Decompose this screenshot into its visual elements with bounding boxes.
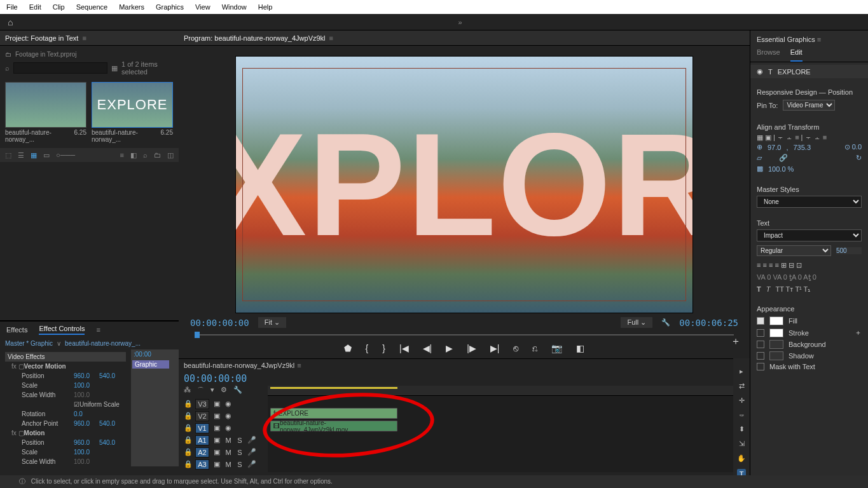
track-header[interactable]: 🔒V1▣◉ bbox=[179, 422, 268, 434]
menu-file[interactable]: File bbox=[6, 3, 18, 11]
pen-tool-icon[interactable]: ⇲ bbox=[739, 440, 745, 448]
appearance-row[interactable]: Shadow bbox=[757, 350, 862, 362]
icon-view-icon[interactable]: ▦ bbox=[31, 151, 37, 159]
pos-x[interactable]: 960.0 bbox=[74, 372, 99, 379]
compare-icon[interactable]: ◧ bbox=[576, 343, 584, 353]
menu-window[interactable]: Window bbox=[222, 3, 247, 11]
mini-timeline[interactable] bbox=[195, 334, 734, 336]
hand-tool-icon[interactable]: ✋ bbox=[737, 454, 746, 463]
text-metrics[interactable]: VA 0 VA 0 ṯA 0 Aṯ 0 bbox=[757, 273, 862, 281]
step-back-icon[interactable]: ◀| bbox=[423, 343, 432, 353]
step-fwd-icon[interactable]: |▶ bbox=[467, 343, 476, 353]
menu-markers[interactable]: Markers bbox=[119, 3, 144, 11]
eg-pos-x[interactable]: 97.0 bbox=[768, 144, 781, 151]
project-item[interactable]: EXPLORE beautiful-nature-norway_...6.25 bbox=[92, 82, 173, 143]
appearance-checkbox[interactable] bbox=[757, 352, 764, 360]
ec-master[interactable]: Master * Graphic bbox=[5, 340, 53, 347]
text-align-buttons[interactable]: ≡ ≡ ≡ ≡ ⊞ ⊟ ⊡ bbox=[757, 261, 862, 269]
track-select-tool-icon[interactable]: ⇄ bbox=[739, 382, 745, 390]
ec-graphic-bar[interactable]: Graphic bbox=[132, 360, 169, 369]
menu-graphics[interactable]: Graphics bbox=[156, 3, 184, 11]
main-menu[interactable]: File Edit Clip Sequence Markers Graphics… bbox=[0, 0, 868, 14]
menu-edit[interactable]: Edit bbox=[29, 3, 41, 11]
timeline-clip-video[interactable]: 🎞 beautiful-nature-norway_4JwpVz9kl.mov bbox=[270, 421, 397, 431]
menu-view[interactable]: View bbox=[195, 3, 210, 11]
appearance-checkbox[interactable] bbox=[757, 317, 764, 325]
timeline-timecode[interactable]: 00:00:00:00 bbox=[179, 372, 733, 386]
eg-anchor[interactable]: 0.0 bbox=[852, 143, 862, 151]
button-editor-icon[interactable]: ＋ bbox=[731, 335, 741, 348]
mask-checkbox[interactable] bbox=[757, 363, 764, 370]
zoom-fit-dropdown[interactable]: Fit ⌄ bbox=[258, 317, 286, 328]
appearance-checkbox[interactable] bbox=[757, 341, 764, 348]
home-icon[interactable]: ⌂ bbox=[8, 17, 13, 27]
wrench-icon[interactable]: 🔧 bbox=[233, 386, 242, 395]
selection-tool-icon[interactable]: ▸ bbox=[740, 367, 743, 376]
tab-effect-controls[interactable]: Effect Controls bbox=[39, 325, 85, 335]
ripple-tool-icon[interactable]: ✛ bbox=[739, 396, 745, 405]
mark-out-icon[interactable]: } bbox=[382, 343, 385, 353]
export-frame-icon[interactable]: 📷 bbox=[551, 343, 562, 353]
layer-row[interactable]: ◉ T EXPLORE bbox=[750, 65, 868, 78]
automate-icon[interactable]: ◧ bbox=[130, 151, 137, 159]
mark-in-icon[interactable]: { bbox=[366, 343, 369, 353]
appearance-checkbox[interactable] bbox=[757, 329, 764, 337]
overflow-icon[interactable]: » bbox=[458, 18, 462, 26]
razor-tool-icon[interactable]: ⎃ bbox=[740, 411, 744, 419]
color-swatch[interactable] bbox=[769, 351, 783, 360]
snap-icon[interactable]: ⁂ bbox=[184, 386, 191, 395]
list-view-icon[interactable]: ☰ bbox=[18, 151, 24, 159]
extract-icon[interactable]: ⎌ bbox=[532, 343, 537, 353]
uniform-scale-checkbox[interactable]: ☑ bbox=[74, 401, 79, 408]
freeform-icon[interactable]: ▭ bbox=[43, 151, 50, 159]
new-item-icon[interactable]: ◫ bbox=[167, 151, 174, 159]
markers-icon[interactable]: ▾ bbox=[210, 386, 214, 395]
text-style-buttons[interactable]: T T TT Tт T¹ T₁ bbox=[757, 285, 862, 294]
track-header[interactable]: 🔒A3▣MS🎤 bbox=[179, 458, 268, 470]
fx-vector-motion[interactable]: Vector Motion bbox=[24, 363, 66, 370]
project-panel-tab[interactable]: Project: Footage in Text≡ bbox=[0, 30, 179, 46]
visibility-icon[interactable]: ◉ bbox=[757, 67, 763, 76]
pin-to-dropdown[interactable]: Video Frame bbox=[783, 100, 835, 111]
tab-edit[interactable]: Edit bbox=[790, 48, 803, 62]
appearance-row[interactable]: Stroke＋ bbox=[757, 327, 862, 339]
font-dropdown[interactable]: Impact bbox=[757, 229, 862, 241]
project-search-input[interactable] bbox=[13, 62, 107, 74]
new-bin-icon[interactable]: 🗀 bbox=[154, 151, 161, 159]
font-weight-dropdown[interactable]: Regular bbox=[757, 245, 831, 256]
tab-browse[interactable]: Browse bbox=[757, 48, 780, 62]
rotation-val[interactable]: 0.0 bbox=[74, 410, 99, 417]
appearance-row[interactable]: Background bbox=[757, 339, 862, 350]
find-icon[interactable]: ⌕ bbox=[143, 151, 148, 159]
program-panel-tab[interactable]: Program: beautiful-nature-norway_4JwpVz9… bbox=[179, 30, 750, 46]
playhead-icon[interactable] bbox=[195, 332, 200, 338]
add-stroke-icon[interactable]: ＋ bbox=[855, 328, 862, 337]
eg-pos-y[interactable]: 735.3 bbox=[793, 144, 811, 151]
align-buttons[interactable]: ▦ ▣ | ⫟ ⫠ ≡ | ⫟ ⫠ ≡ bbox=[757, 133, 862, 142]
track-header[interactable]: 🔒A2▣MS🎤 bbox=[179, 446, 268, 458]
resolution-dropdown[interactable]: Full ⌄ bbox=[621, 317, 652, 328]
color-swatch[interactable] bbox=[769, 329, 783, 337]
link-icon[interactable]: 🔗 bbox=[779, 154, 788, 162]
time-ruler[interactable] bbox=[268, 386, 733, 396]
anchor-y[interactable]: 540.0 bbox=[99, 420, 125, 427]
zoom-slider[interactable]: ○─── bbox=[56, 151, 75, 159]
project-item[interactable]: beautiful-nature-norway_...6.25 bbox=[5, 82, 86, 143]
link-icon[interactable]: ⌒ bbox=[197, 386, 204, 395]
menu-sequence[interactable]: Sequence bbox=[76, 3, 108, 11]
appearance-row[interactable]: Fill bbox=[757, 315, 862, 327]
sequence-tab[interactable]: beautiful-nature-norway_4JwpVz9kl bbox=[184, 362, 294, 369]
program-timecode[interactable]: 00:00:00:00 bbox=[190, 318, 249, 328]
color-swatch[interactable] bbox=[769, 340, 783, 349]
tab-effects[interactable]: Effects bbox=[6, 326, 27, 334]
fx-motion[interactable]: Motion bbox=[24, 430, 45, 437]
settings-icon[interactable]: 🔧 bbox=[661, 318, 670, 327]
lift-icon[interactable]: ⎋ bbox=[513, 343, 518, 353]
master-style-dropdown[interactable]: None bbox=[757, 196, 862, 208]
timeline-tracks-area[interactable]: fx EXPLORE 🎞 beautiful-nature-norway_4Jw… bbox=[268, 386, 733, 472]
lock-icon[interactable]: ⬚ bbox=[5, 151, 11, 159]
menu-help[interactable]: Help bbox=[258, 3, 273, 11]
timeline-clip-graphic[interactable]: fx EXPLORE bbox=[270, 408, 397, 419]
track-header[interactable]: 🔒V2▣◉ bbox=[179, 410, 268, 422]
color-swatch[interactable] bbox=[769, 316, 783, 325]
